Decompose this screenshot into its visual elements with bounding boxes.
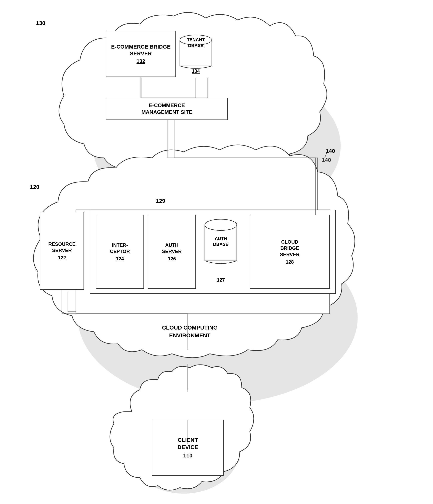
svg-point-20 (205, 219, 237, 230)
ref-120: 120 (30, 184, 39, 190)
tenant-dbase: TENANTDBASE 134 (176, 26, 216, 78)
resource-server-label: RESOURCESERVER (48, 241, 75, 253)
interceptor-box: INTER-CEPTOR 124 (96, 215, 144, 289)
interceptor-label: INTER-CEPTOR (110, 242, 130, 254)
auth-server-box: AUTHSERVER 126 (148, 215, 196, 289)
resource-server-ref: 122 (58, 255, 66, 261)
client-device-ref: 110 (183, 452, 193, 459)
ecommerce-management-site-box: E-COMMERCEMANAGEMENT SITE (106, 98, 228, 120)
ecommerce-bridge-server-label: E-COMMERCE BRIDGE SERVER (106, 44, 175, 57)
client-device-label: CLIENTDEVICE (177, 436, 198, 451)
tenant-dbase-ref: 134 (192, 68, 200, 74)
resource-server-box: RESOURCESERVER 122 (40, 212, 84, 290)
auth-server-ref: 126 (168, 256, 176, 261)
auth-dbase-ref: 127 (217, 277, 225, 283)
svg-text:140: 140 (322, 157, 331, 163)
cloud-bridge-server-box: CLOUDBRIDGESERVER 128 (250, 215, 330, 289)
auth-dbase-label: AUTHDBASE (213, 236, 228, 247)
ref-130: 130 (36, 20, 45, 26)
ecommerce-bridge-server-box: E-COMMERCE BRIDGE SERVER 132 (106, 31, 176, 77)
client-device-box: CLIENTDEVICE 110 (152, 420, 224, 476)
cloud-computing-env-label: CLOUD COMPUTINGENVIRONMENT (120, 324, 260, 339)
ref-140: 140 (326, 148, 335, 154)
ecommerce-bridge-server-ref: 132 (136, 58, 145, 64)
cloud-bridge-server-ref: 128 (286, 259, 294, 265)
ecommerce-management-site-label: E-COMMERCEMANAGEMENT SITE (142, 102, 192, 116)
interceptor-ref: 124 (116, 256, 124, 261)
diagram-container: 140 E-COMMERCE BRIDGE SERVER 132 TENANTD… (0, 0, 433, 504)
auth-server-label: AUTHSERVER (162, 242, 182, 254)
tenant-dbase-label: TENANTDBASE (187, 37, 205, 48)
cloud-bridge-server-label: CLOUDBRIDGESERVER (280, 239, 299, 258)
ref-129: 129 (156, 198, 165, 204)
auth-dbase: AUTHDBASE 127 (198, 213, 244, 291)
